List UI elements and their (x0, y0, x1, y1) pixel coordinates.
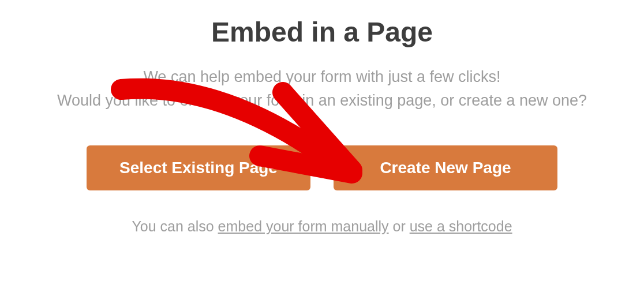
button-row: Select Existing Page Create New Page (87, 145, 557, 190)
embed-manually-link[interactable]: embed your form manually (218, 218, 389, 234)
page-title: Embed in a Page (211, 16, 433, 48)
create-new-page-button[interactable]: Create New Page (334, 145, 557, 190)
select-existing-page-button[interactable]: Select Existing Page (87, 145, 310, 190)
use-shortcode-link[interactable]: use a shortcode (410, 218, 512, 234)
description-line-1: We can help embed your form with just a … (143, 68, 500, 85)
description-text: We can help embed your form with just a … (57, 65, 587, 112)
footer-prefix: You can also (132, 218, 218, 234)
footer-text: You can also embed your form manually or… (132, 218, 512, 235)
footer-middle: or (389, 218, 410, 234)
description-line-2: Would you like to embed your form in an … (57, 92, 587, 109)
